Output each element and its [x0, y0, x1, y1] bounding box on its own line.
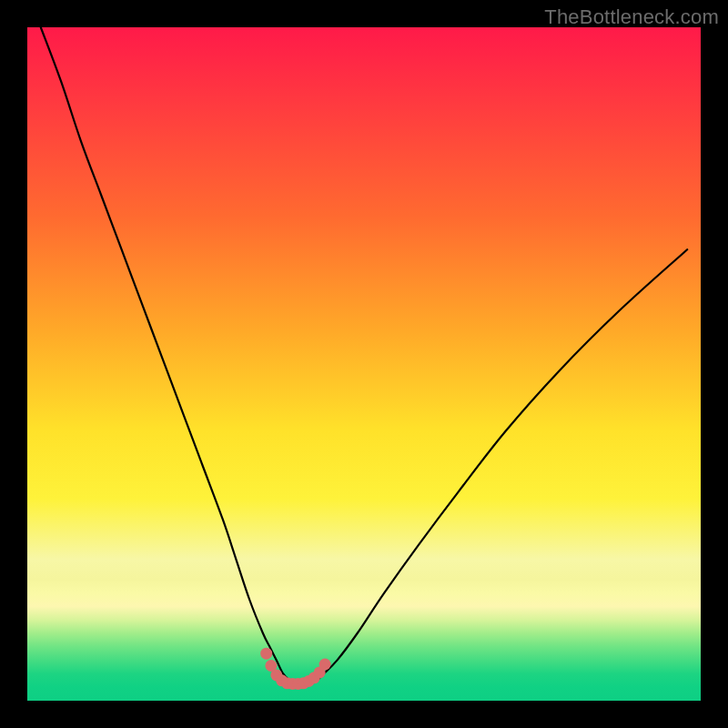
plot-area [27, 27, 701, 701]
trough-markers [260, 648, 330, 690]
bottleneck-curve [41, 27, 687, 684]
trough-marker [319, 659, 331, 671]
trough-marker [260, 648, 272, 660]
chart-frame: TheBottleneck.com [0, 0, 728, 728]
bottleneck-curve-svg [27, 27, 701, 701]
watermark-text: TheBottleneck.com [544, 5, 719, 29]
